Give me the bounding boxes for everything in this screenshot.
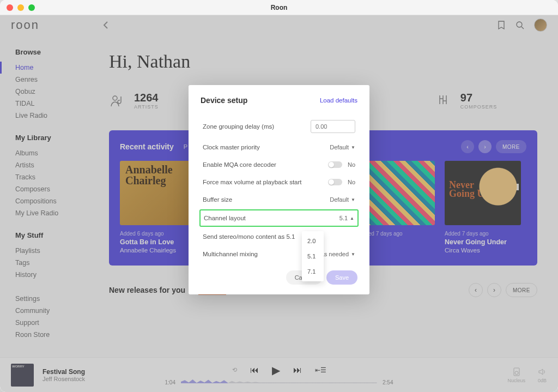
modal-title: Device setup [201,96,247,105]
mqa-toggle[interactable] [328,161,342,168]
maximize-window[interactable] [28,4,35,11]
zone-delay-input[interactable] [311,120,355,133]
row-mqa: Enable MQA core decoder No [201,156,357,173]
row-multimix[interactable]: Multichannel mixing as needed▼ [201,245,357,263]
dropdown-option-5-1[interactable]: 5.1 [302,249,324,264]
label: Buffer size [203,196,330,203]
minimize-window[interactable] [17,4,24,11]
row-force-max: Force max volume at playback start No [201,173,357,191]
traffic-lights [7,4,35,11]
app-window: Roon roon Browse Home Genres Qobuz TIDAL [0,0,558,392]
label: Zone grouping delay (ms) [203,123,311,130]
label: Clock master priority [203,144,330,150]
row-buffer[interactable]: Buffer size Default▼ [201,191,357,208]
dropdown-option-7-1[interactable]: 7.1 [302,264,324,279]
dropdown-option-2-0[interactable]: 2.0 [302,233,324,249]
label: Force max volume at playback start [203,179,328,185]
row-channel-layout[interactable]: Channel layout 5.1▲ [199,209,359,227]
label: Enable MQA core decoder [203,161,328,168]
label: Send stereo/mono content as 5.1 [203,233,355,240]
row-send-stereo: Send stereo/mono content as 5.1 [201,228,357,245]
titlebar: Roon [0,0,558,15]
window-title: Roon [0,4,558,11]
row-zone-delay: Zone grouping delay (ms) [201,114,357,138]
force-max-toggle[interactable] [328,179,342,185]
chevron-up-icon: ▲ [350,216,354,221]
chevron-down-icon: ▼ [351,252,355,257]
load-defaults-link[interactable]: Load defaults [320,97,357,104]
row-clock-priority[interactable]: Clock master priority Default▼ [201,138,357,156]
chevron-down-icon: ▼ [351,145,355,150]
channel-layout-dropdown: 2.0 5.1 7.1 [302,231,324,281]
label: Channel layout [204,215,339,221]
save-button[interactable]: Save [326,270,357,285]
device-setup-modal: Device setup Load defaults Zone grouping… [189,85,369,294]
close-window[interactable] [7,4,13,11]
chevron-down-icon: ▼ [351,197,355,202]
